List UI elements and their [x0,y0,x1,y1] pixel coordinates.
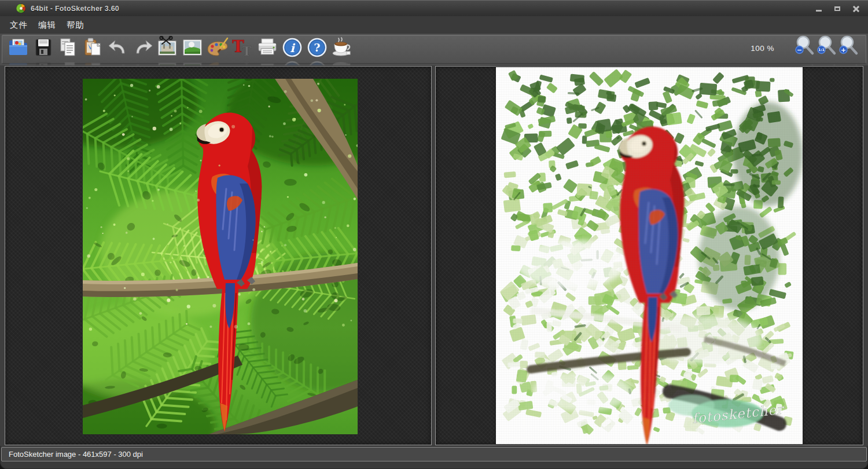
undo-icon [106,36,130,59]
svg-text:1:1: 1:1 [818,47,825,52]
zoom-actual-size-button[interactable]: 1:1 [816,35,838,61]
menu-edit[interactable]: 编辑 [33,17,61,33]
info-icon: i [281,36,304,59]
redo-icon [131,36,155,59]
close-icon[interactable] [849,3,862,14]
copy-icon [57,36,80,59]
svg-text:−: − [797,46,802,54]
titlebar[interactable]: 64bit - FotoSketcher 3.60 [0,0,868,16]
undo-button[interactable] [105,34,130,61]
maximize-icon[interactable] [831,3,844,14]
paste-button[interactable] [80,34,105,61]
save-image-button[interactable] [31,34,56,61]
print-button[interactable] [255,34,279,61]
donate-coffee-icon [330,36,354,59]
zoom-in-magnifier-icon: + [838,35,859,60]
paste-icon [82,36,105,59]
view-source-image-icon [181,36,204,59]
edit-source-image-icon [156,36,179,59]
main-area: fotosketcher [0,65,868,446]
open-image-icon [7,36,30,59]
painted-image-canvas: fotosketcher [496,67,803,444]
help-button[interactable]: ? [304,34,329,61]
print-icon [256,36,279,59]
copy-button[interactable] [56,34,80,61]
window-controls [812,1,862,17]
painted-image-panel: fotosketcher [435,66,863,445]
svg-text:T: T [242,43,252,58]
source-image-canvas [83,79,358,434]
source-image-panel [5,66,432,445]
status-text: FotoSketcher image - 461x597 - 300 dpi [9,450,143,459]
app-logo-icon[interactable] [16,3,26,13]
source-image [83,79,358,434]
window-title: 64bit - FotoSketcher 3.60 [31,5,119,13]
info-button[interactable]: i [279,34,304,61]
drawing-parameters-palette-icon [206,36,229,59]
redo-button[interactable] [130,34,155,61]
zoom-out-magnifier-icon: − [795,35,815,60]
zoom-out-button[interactable]: − [794,35,816,61]
donate-coffee-button[interactable] [329,34,354,61]
zoom-actual-size-magnifier-icon: 1:1 [816,35,837,60]
minimize-icon[interactable] [812,3,825,14]
svg-text:+: + [841,46,846,54]
view-source-image-button[interactable] [180,34,205,61]
save-image-icon [32,36,55,59]
toolbar: T T i [0,34,868,65]
menubar: 文件 编辑 帮助 [0,16,868,34]
edit-source-image-button[interactable] [155,34,180,61]
drawing-parameters-button[interactable] [205,34,230,61]
zoom-in-button[interactable]: + [838,35,860,61]
toolbar-buttons: T T i [6,34,354,61]
add-text-button[interactable]: T T [230,34,255,61]
app-window: 64bit - FotoSketcher 3.60 文件 编辑 帮助 [0,0,868,469]
zoom-level-label: 100 % [751,44,774,53]
painted-image: fotosketcher [496,67,803,444]
help-icon: ? [306,36,329,59]
svg-text:?: ? [314,41,320,54]
menu-file[interactable]: 文件 [5,17,33,33]
open-image-button[interactable] [6,34,31,61]
add-text-icon: T T [231,36,254,59]
toolbar-zoom-group: 100 % − 1:1 [751,35,860,61]
statusbar: FotoSketcher image - 461x597 - 300 dpi [1,447,867,461]
menu-help[interactable]: 帮助 [61,17,90,33]
